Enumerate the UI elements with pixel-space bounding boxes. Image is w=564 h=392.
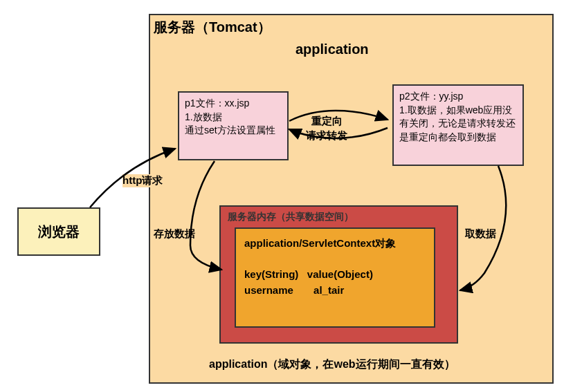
p1-line2: 通过set方法设置属性 xyxy=(185,124,282,138)
p1-file-box: p1文件：xx.jsp 1.放数据 通过set方法设置属性 xyxy=(178,91,289,160)
redirect-line2: 请求转发 xyxy=(306,129,347,141)
redirect-label: 重定向 请求转发 xyxy=(306,113,347,142)
p2-body: 1.取数据，如果web应用没有关闭，无论是请求转发还是重定向都会取到数据 xyxy=(399,104,517,144)
p2-file-box: p2文件：yy.jsp 1.取数据，如果web应用没有关闭，无论是请求转发还是重… xyxy=(392,84,524,166)
p1-title: p1文件：xx.jsp xyxy=(185,97,282,111)
p1-line1: 1.放数据 xyxy=(185,111,282,124)
redirect-line1: 重定向 xyxy=(311,115,343,127)
context-title: application/ServletContext对象 xyxy=(244,236,426,252)
http-request-label: http请求 xyxy=(122,174,163,187)
servlet-context-box: application/ServletContext对象 key(String)… xyxy=(235,227,435,328)
server-container: 服务器（Tomcat） application application（域对象，… xyxy=(149,14,554,384)
context-kv-row: username al_tair xyxy=(244,283,426,299)
store-data-label: 存放数据 xyxy=(154,227,195,241)
memory-title: 服务器内存（共享数据空间） xyxy=(228,211,450,223)
p2-title: p2文件：yy.jsp xyxy=(399,90,517,104)
context-kv-header: key(String) value(Object) xyxy=(244,267,426,283)
application-footer: application（域对象，在web运行期间一直有效） xyxy=(209,357,455,372)
application-title: application xyxy=(295,41,369,57)
server-title: 服务器（Tomcat） xyxy=(154,18,271,37)
get-data-label: 取数据 xyxy=(465,227,496,241)
browser-box: 浏览器 xyxy=(17,207,100,256)
browser-label: 浏览器 xyxy=(38,223,80,241)
server-memory-box: 服务器内存（共享数据空间） application/ServletContext… xyxy=(219,205,458,344)
